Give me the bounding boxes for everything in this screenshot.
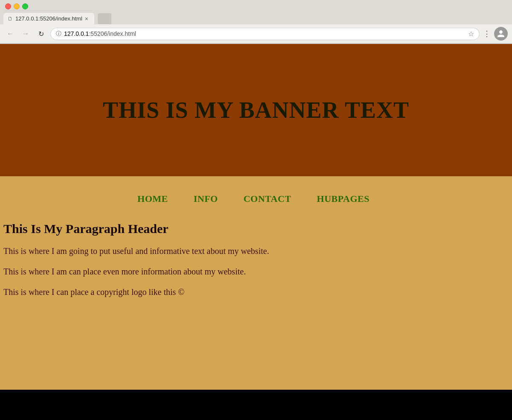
traffic-lights [5,3,28,9]
address-bar[interactable]: ⓘ 127.0.0.1:55206/index.html ☆ [50,28,480,40]
content-area: HOME INFO CONTACT HUBPAGES This Is My Pa… [0,176,512,390]
forward-button[interactable]: → [20,28,32,40]
menu-icon[interactable]: ⋮ [483,29,491,38]
profile-icon[interactable] [494,27,508,41]
nav-home[interactable]: HOME [137,193,168,204]
reload-button[interactable]: ↻ [35,28,47,40]
minimize-button[interactable] [14,3,20,9]
info-icon: ⓘ [56,30,61,38]
paragraph-header: This Is My Paragraph Header [3,222,503,236]
nav-info[interactable]: INFO [194,193,218,204]
address-text: 127.0.0.1:55206/index.html [64,30,136,37]
new-tab-button[interactable] [98,13,111,24]
website: THIS IS MY BANNER TEXT HOME INFO CONTACT… [0,44,512,390]
banner-text: THIS IS MY BANNER TEXT [103,97,409,123]
tab-favicon-icon: 🗋 [8,16,13,22]
address-bar-row: ← → ↻ ⓘ 127.0.0.1:55206/index.html ☆ ⋮ [0,24,512,44]
close-button[interactable] [5,3,11,9]
paragraph-1: This is where I am going to put useful a… [3,245,503,257]
nav-contact[interactable]: CONTACT [244,193,291,204]
nav-menu: HOME INFO CONTACT HUBPAGES [3,189,503,209]
paragraph-2: This is where I am can place even more i… [3,265,503,278]
active-tab[interactable]: 🗋 127.0.0.1:55206/index.html × [3,13,94,24]
nav-hubpages[interactable]: HUBPAGES [317,193,369,204]
tab-title: 127.0.0.1:55206/index.html [15,15,82,22]
title-bar [0,0,512,13]
banner: THIS IS MY BANNER TEXT [0,44,512,176]
browser-chrome: 🗋 127.0.0.1:55206/index.html × ← → ↻ ⓘ 1… [0,0,512,44]
paragraph-3: This is where I can place a copyright lo… [3,286,503,298]
maximize-button[interactable] [22,3,28,9]
back-button[interactable]: ← [4,28,16,40]
bookmark-icon[interactable]: ☆ [468,30,474,38]
tab-bar: 🗋 127.0.0.1:55206/index.html × [0,13,512,24]
tab-close-icon[interactable]: × [85,16,88,22]
